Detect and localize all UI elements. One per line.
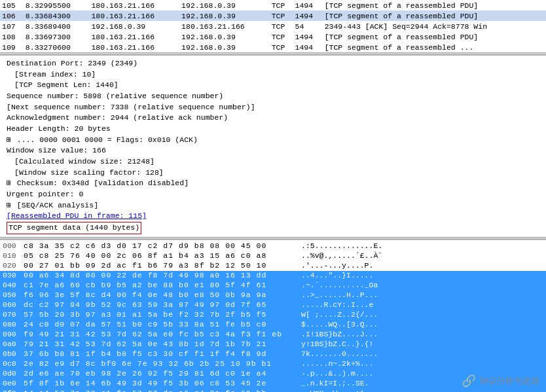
hex-row: 0f014 a4 57 7a 78 c1 fa 57 07 de e6 e4 3… (0, 389, 546, 392)
reassembled-pdu-link[interactable]: [Reassembled PDU in frame: 115] (7, 211, 147, 220)
detail-line: Destination Port: 2349 (2349) (4, 58, 542, 69)
table-row[interactable]: 1058.32995500180.163.21.166192.168.0.39T… (0, 0, 546, 10)
hex-offset: 020 (0, 260, 21, 271)
hex-offset: 060 (0, 300, 21, 310)
hex-ascii: .~.`.........._Oa (296, 280, 378, 291)
detail-line: [Stream index: 10] (4, 69, 542, 80)
packet-src: 192.168.0.39 (89, 21, 179, 31)
hex-bytes: 57 5b 20 3b 97 a3 01 a1 5a be f2 32 7b 2… (21, 310, 296, 320)
hex-ascii: -.p...&..).m.... (296, 368, 373, 379)
hex-bytes: 2e 82 e9 d7 8c bf0 6e 7e 93 32 6b 2b 25 … (21, 359, 296, 369)
hex-bytes: dc c2 97 94 9b 52 9c 63 59 3a 87 49 97 0… (21, 300, 296, 310)
hex-ascii: ......n~.2k+%... (296, 359, 373, 369)
packet-info: [TCP segment of a reassembled PDU] (323, 31, 546, 42)
hex-ascii: ..%v@.,.....´£..À¨ (296, 251, 382, 261)
packet-time: 8.32995500 (24, 0, 90, 10)
main-container: 1058.32995500180.163.21.166192.168.0.39T… (0, 0, 546, 392)
hex-bytes: 5f 8f 1b 6e 14 6b 49 3d 49 f5 3b 06 c8 5… (21, 378, 296, 389)
packet-proto: TCP (270, 42, 293, 52)
hex-pane: 000c8 3a 35 c2 c6 d3 d0 17 c2 d7 d9 b8 0… (0, 240, 546, 392)
watermark-icon: 🔗 (462, 374, 476, 388)
packet-proto: TCP (270, 21, 293, 31)
hex-ascii: 7k.......0....... (296, 349, 378, 359)
hex-ascii: .I!1BS}bZ....J... (296, 329, 378, 340)
hex-row: 060dc c2 97 94 9b 52 9c 63 59 3a 87 49 9… (0, 300, 546, 310)
detail-line: [Calculated window size: 21248] (4, 156, 542, 168)
packet-dst: 192.168.0.39 (179, 31, 270, 42)
packet-time: 8.33697300 (24, 31, 90, 42)
hex-row: 040c1 7e a6 60 cb b9 b5 a2 be 88 b0 e1 8… (0, 281, 546, 291)
hex-ascii: y!1BS}bZ.C..}.{! (296, 339, 373, 349)
detail-line: ⊞ [SEQ/ACK analysis] (4, 200, 542, 211)
hex-offset: 010 (0, 251, 21, 261)
detail-line: [Window size scaling factor: 128] (4, 168, 542, 179)
packet-dst: 192.168.0.39 (179, 0, 270, 10)
hex-row: 000c8 3a 35 c2 c6 d3 d0 17 c2 d7 d9 b8 0… (0, 241, 546, 251)
packet-num: 107 (0, 21, 24, 31)
hex-bytes: 37 6b b8 81 1f b4 b8 f5 c3 30 cf f1 1f f… (21, 349, 296, 359)
packet-num: 108 (0, 31, 24, 42)
tcp-segment-data-label: TCP segment data (1440 bytes) (7, 222, 141, 234)
hex-bytes: 00 a6 34 8d 00 00 22 de f8 7d 49 98 a0 1… (21, 270, 296, 281)
packet-len: 1494 (293, 31, 323, 42)
hex-ascii: ..4..."..}I..... (296, 270, 373, 281)
hex-offset: 0b0 (0, 349, 21, 359)
expand-icon[interactable]: ⊞ (7, 179, 16, 187)
table-row[interactable]: 1088.33697300180.163.21.166192.168.0.39T… (0, 31, 546, 42)
detail-line: Window size value: 166 (4, 145, 542, 156)
hex-bytes: 14 a4 57 7a 78 c1 fa 57 07 de e6 e4 3a f… (21, 388, 296, 392)
packet-info: [TCP segment of a reassembled PDU] (323, 10, 546, 21)
hex-offset: 0d0 (0, 368, 21, 379)
hex-ascii: .'...-...y....P. (296, 260, 373, 271)
packet-info: [TCP segment of a reassembled PDU] (323, 0, 546, 10)
hex-ascii: ..WzX..W....:i.. (296, 388, 373, 392)
watermark-text: 协议分析与还原 (480, 375, 539, 387)
packet-dst: 192.168.0.39 (179, 10, 270, 21)
hex-offset: 080 (0, 319, 21, 330)
packet-len: 54 (293, 21, 323, 31)
hex-row: 090f9 49 21 31 42 53 7d 62 5a e0 fc b5 c… (0, 330, 546, 340)
hex-row: 01005 c8 25 76 40 00 2c 06 8f a1 b4 a3 1… (0, 251, 546, 261)
hex-row: 050f6 96 3e 5f 8c d4 00 f4 0e 48 b0 e8 5… (0, 291, 546, 300)
packet-time: 8.33689400 (24, 21, 90, 31)
table-row[interactable]: 1068.33684300180.163.21.166192.168.0.39T… (0, 10, 546, 21)
packet-proto: TCP (270, 0, 293, 10)
table-row[interactable]: 1078.33689400192.168.0.39180.163.21.166T… (0, 21, 546, 31)
hex-offset: 0e0 (0, 378, 21, 389)
hex-bytes: 24 c0 d0 07 da 57 51 b0 c9 5b 33 8a 51 f… (21, 319, 296, 330)
hex-offset: 0c0 (0, 359, 21, 369)
hex-offset: 030 (0, 270, 21, 281)
detail-line[interactable]: [Reassembled PDU in frame: 115] (4, 211, 542, 222)
detail-line: [TCP Segment Len: 1440] (4, 80, 542, 91)
hex-ascii: _.n.kI=I.;..SE. (296, 378, 369, 389)
hex-ascii: $.....WQ..[3.Q... (296, 319, 378, 330)
detail-line: Urgent pointer: 0 (4, 189, 542, 200)
hex-row: 03000 a6 34 8d 00 00 22 de f8 7d 49 98 a… (0, 271, 546, 281)
table-row[interactable]: 1098.33270600180.163.21.166192.168.0.39T… (0, 42, 546, 52)
hex-bytes: 79 21 31 42 53 7d 62 5a 0e 43 8b 1d 7d 1… (21, 339, 296, 349)
packet-time: 8.33684300 (24, 10, 90, 21)
hex-offset: 040 (0, 280, 21, 291)
packet-time: 8.33270600 (24, 42, 90, 52)
packet-src: 180.163.21.166 (89, 10, 179, 21)
hex-bytes: 00 27 01 bb 09 2d ac f1 b6 79 a3 8f b2 1… (21, 260, 296, 271)
packet-num: 106 (0, 10, 24, 21)
detail-line: Acknowledgment number: 2944 (relative ac… (4, 113, 542, 124)
expand-icon[interactable]: ⊞ (7, 135, 16, 144)
packet-proto: TCP (270, 31, 293, 42)
packet-proto: TCP (270, 10, 293, 21)
hex-offset: 070 (0, 310, 21, 320)
packet-info: [TCP segment of a reassembled ... (323, 42, 546, 52)
packet-len: 1494 (293, 0, 323, 10)
hex-offset: 090 (0, 329, 21, 340)
packet-dst: 192.168.0.39 (179, 42, 270, 52)
packet-len: 1494 (293, 10, 323, 21)
expand-icon[interactable]: ⊞ (7, 201, 16, 209)
hex-row: 0c02e 82 e9 d7 8c bf0 6e 7e 93 32 6b 2b … (0, 359, 546, 369)
packet-src: 180.163.21.166 (89, 42, 179, 52)
hex-bytes: c8 3a 35 c2 c6 d3 d0 17 c2 d7 d9 b8 08 0… (21, 241, 296, 251)
detail-line: Sequence number: 5898 (relative sequence… (4, 91, 542, 102)
packet-info: 2349-443 [ACK] Seq=2944 Ack=8778 Win (323, 21, 546, 31)
hex-offset: 050 (0, 290, 21, 300)
hex-ascii: W[ ;....Z..2{/... (296, 310, 378, 320)
